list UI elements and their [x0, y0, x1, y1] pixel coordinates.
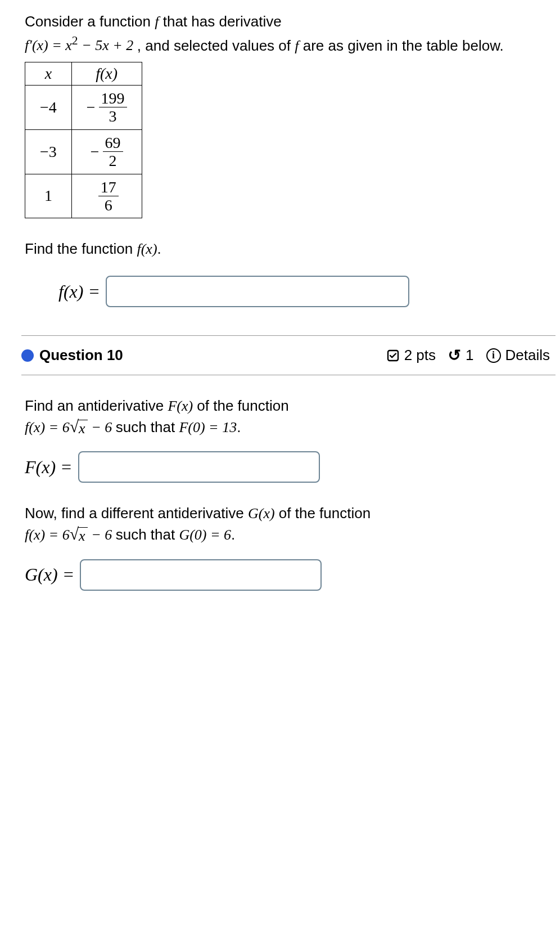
points-label: 2 pts — [404, 347, 436, 364]
info-icon[interactable]: i — [486, 348, 501, 363]
q9-answer-row: f(x) = — [58, 276, 551, 307]
math: f(x) — [137, 241, 157, 257]
lhs: f′(x) = x — [25, 37, 72, 53]
text: . — [157, 240, 161, 257]
retries-count: 1 — [466, 347, 473, 364]
x-cell: −4 — [25, 86, 72, 130]
x-cell: −3 — [25, 129, 72, 174]
fx-cell: −1993 — [71, 86, 142, 130]
question-header-left: Question 10 — [21, 347, 123, 364]
values-table: x f(x) −4 −1993 −3 −692 1 176 — [25, 62, 142, 218]
Gx-answer-input[interactable] — [80, 559, 322, 591]
math: G(x) — [248, 505, 275, 522]
status-dot-icon — [21, 349, 34, 362]
table-header-x: x — [25, 62, 72, 86]
fx-answer-input[interactable] — [106, 276, 409, 307]
table-row: −4 −1993 — [25, 86, 142, 130]
text: , and selected values of — [137, 37, 295, 53]
text: such that — [116, 419, 179, 435]
answer-label: f(x) = — [58, 281, 100, 302]
text: that has derivative — [159, 13, 281, 30]
equation: f(x) = 6√x − 6 — [25, 527, 116, 543]
condition: F(0) = 13 — [179, 419, 237, 435]
text: such that — [116, 526, 179, 543]
text: Find the function — [25, 240, 137, 257]
text: Now, find a different antiderivative — [25, 505, 248, 522]
q9-find-prompt: Find the function f(x). — [25, 239, 551, 260]
question-number: Question 10 — [39, 347, 123, 364]
q10-answer-row-1: F(x) = — [25, 451, 551, 483]
exponent: 2 — [72, 34, 78, 48]
table-row: −3 −692 — [25, 129, 142, 174]
q9-prompt: Consider a function f that has derivativ… — [25, 11, 551, 56]
text: . — [237, 419, 241, 435]
q10-prompt-2: Now, find a different antiderivative G(x… — [25, 503, 551, 545]
details-link[interactable]: Details — [505, 347, 550, 364]
derivative-equation: f′(x) = x2 − 5x + 2 — [25, 37, 137, 53]
condition: G(0) = 6 — [179, 527, 231, 543]
text: are as given in the table below. — [299, 37, 503, 53]
retry-icon: ↻ — [448, 346, 461, 365]
text: Consider a function — [25, 13, 155, 30]
rhs: − 5x + 2 — [78, 37, 134, 53]
check-icon — [386, 349, 400, 362]
question-header: Question 10 2 pts ↻ 1 i Details — [21, 335, 556, 375]
answer-label: G(x) = — [25, 564, 74, 585]
text: of the function — [193, 397, 289, 414]
q10-answer-row-2: G(x) = — [25, 559, 551, 591]
table-row: 1 176 — [25, 174, 142, 218]
question-header-right: 2 pts ↻ 1 i Details — [386, 346, 550, 365]
fx-cell: −692 — [71, 129, 142, 174]
text: . — [231, 526, 235, 543]
answer-label: F(x) = — [25, 457, 73, 478]
fx-cell: 176 — [71, 174, 142, 218]
math: F(x) — [168, 398, 193, 414]
q10-prompt-1: Find an antiderivative F(x) of the funct… — [25, 396, 551, 438]
Fx-answer-input[interactable] — [78, 451, 320, 483]
table-header-fx: f(x) — [71, 62, 142, 86]
text: of the function — [275, 505, 371, 522]
x-cell: 1 — [25, 174, 72, 218]
equation: f(x) = 6√x − 6 — [25, 419, 116, 435]
text: Find an antiderivative — [25, 397, 168, 414]
